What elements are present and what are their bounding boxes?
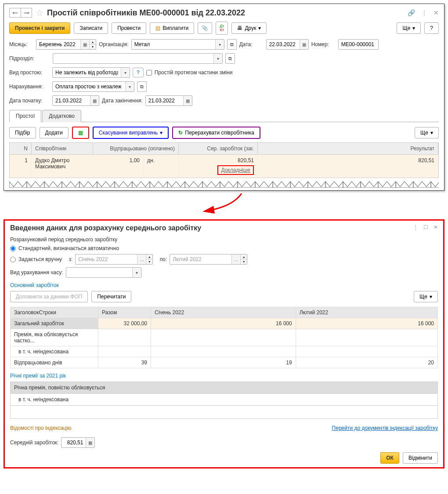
cell-m1: 16 000 (151, 318, 296, 329)
ellipsis-icon[interactable]: … (231, 254, 240, 264)
step-up[interactable]: ▲ (241, 254, 247, 259)
recalc-button[interactable]: ↻ Перерахувати співробітника (172, 127, 260, 139)
fop-button[interactable]: Доповнити за даними ФОП (10, 291, 88, 302)
partial-shift-checkbox[interactable] (146, 70, 152, 76)
table-row[interactable]: в т. ч. неіндексована (11, 346, 438, 357)
close-icon[interactable]: ✕ (434, 9, 439, 16)
add-button[interactable]: Додати (40, 127, 69, 138)
pay-button[interactable]: ▤Виплатити (150, 22, 194, 34)
cell-worked: 1,00 (93, 155, 144, 178)
cell-m2: 20 (296, 357, 437, 368)
maximize-icon[interactable]: ☐ (423, 224, 428, 230)
period-manual-radio[interactable] (10, 257, 16, 262)
time-calc-input[interactable] (66, 268, 132, 277)
table-row[interactable]: Премія, яка обліковується частко... (11, 329, 438, 346)
accrual-input[interactable] (53, 82, 125, 91)
tab-additional[interactable]: Додатково (42, 110, 81, 122)
type-input[interactable] (53, 68, 121, 77)
save-button[interactable]: Записати (74, 22, 108, 34)
modal-title: Введення даних для розрахунку середнього… (10, 224, 438, 232)
cell-avg: 820,51 Докладніше (179, 155, 258, 178)
table-fill-icon: ▦ (78, 130, 83, 136)
calendar-icon[interactable]: ▦ (300, 40, 308, 49)
dept-label: Підрозділ: (9, 55, 34, 62)
end-date-input[interactable] (146, 96, 183, 105)
help-button[interactable]: ? (424, 22, 439, 34)
col-row-title: ЗаголовокСтроки (11, 307, 98, 318)
period-auto-radio[interactable] (10, 246, 16, 251)
cell-unit: дн. (144, 155, 179, 178)
tab-downtimes[interactable]: Простої (9, 110, 41, 122)
type-help-button[interactable]: ? (133, 68, 144, 77)
print-button[interactable]: 🖶Друк▾ (231, 22, 267, 34)
table-row[interactable]: Відпрацьовано днів391920 (11, 357, 438, 368)
link-icon[interactable]: 🔗 (408, 9, 415, 16)
attach-button[interactable]: 📎 (198, 22, 212, 34)
annual-row-unindexed[interactable]: в т. ч. неіндексована (10, 394, 438, 406)
number-input[interactable] (339, 40, 378, 49)
chevron-down-icon[interactable]: ▾ (125, 82, 134, 91)
col-total: Разом (98, 307, 151, 318)
date-input[interactable] (267, 40, 300, 49)
nav-fwd-button[interactable]: 🡒 (21, 8, 32, 18)
annual-row-full[interactable]: Річна премія, повністю обліковується (10, 381, 438, 394)
ellipsis-icon[interactable]: … (137, 254, 146, 264)
step-down[interactable]: ▼ (90, 44, 96, 49)
dept-input[interactable] (53, 54, 213, 63)
step-down[interactable]: ▼ (146, 259, 152, 264)
chevron-down-icon: ▾ (412, 25, 415, 31)
chevron-down-icon[interactable]: ▾ (213, 54, 222, 63)
org-input[interactable] (132, 40, 215, 49)
table-row[interactable]: 1 Дудко Дмитро Максимович 1,00 дн. 820,5… (10, 155, 438, 178)
table-row[interactable]: Загальний заробіток32 000,0016 00016 000 (11, 318, 438, 329)
post-close-button[interactable]: Провести і закрити (9, 22, 70, 34)
dtkt-button[interactable]: ДтКт (216, 22, 228, 35)
close-icon[interactable]: ✕ (434, 224, 438, 230)
section-main-earnings: Основний заробіток (10, 282, 438, 288)
cell-label: Премія, яка обліковується частко... (11, 329, 98, 346)
cell-total: 32 000,00 (98, 318, 151, 329)
calendar-icon[interactable]: ▦ (90, 96, 99, 105)
time-calc-label: Вид урахування часу: (10, 269, 63, 276)
kebab-icon[interactable]: ⋮ (421, 9, 427, 16)
printer-icon: 🖶 (237, 25, 242, 31)
modal-more-button[interactable]: Ще ▾ (414, 291, 438, 302)
nav-back-button[interactable]: 🡐 (9, 8, 21, 18)
calendar-icon[interactable]: ▦ (183, 96, 192, 105)
reread-button[interactable]: Перечитати (91, 291, 131, 302)
cell-total (98, 346, 151, 357)
start-date-input[interactable] (53, 96, 90, 105)
chevron-down-icon: ▾ (430, 294, 432, 300)
calc-icon[interactable]: ▦ (86, 438, 94, 447)
cancel-button[interactable]: Відмінити (403, 452, 438, 464)
step-up[interactable]: ▲ (146, 254, 152, 259)
expand-icon[interactable]: ⧉ (225, 53, 235, 64)
cancel-fixes-button[interactable]: Скасування виправлень ▾ (93, 127, 169, 139)
expand-icon[interactable]: ⧉ (227, 39, 237, 50)
to-input[interactable] (170, 254, 231, 264)
fill-button[interactable]: ▦ (72, 127, 89, 139)
ok-button[interactable]: ОК (380, 452, 399, 464)
expand-icon[interactable]: ⧉ (137, 81, 147, 92)
kebab-icon[interactable]: ⋮ (413, 224, 418, 230)
step-up[interactable]: ▲ (90, 40, 96, 44)
start-date-label: Дата початку: (9, 98, 50, 104)
chevron-down-icon[interactable]: ▾ (215, 40, 224, 49)
dtkt-icon: ДтКт (220, 24, 224, 32)
favorite-star-icon[interactable]: ☆ (36, 7, 43, 18)
select-button[interactable]: Підбір (9, 127, 36, 138)
from-input[interactable] (76, 254, 137, 264)
post-button[interactable]: Провести (112, 22, 146, 34)
chevron-down-icon[interactable]: ▾ (121, 68, 130, 77)
step-down[interactable]: ▼ (241, 259, 247, 264)
detail-link[interactable]: Докладніше (217, 165, 254, 175)
calendar-icon[interactable]: ▦ (80, 40, 89, 49)
cell-emp: Дудко Дмитро Максимович (32, 155, 93, 178)
more-button[interactable]: Ще ▾ (397, 22, 421, 34)
month-input[interactable] (36, 40, 80, 49)
chevron-down-icon: ▾ (160, 130, 163, 136)
index-docs-link[interactable]: Перейти до документів індексації заробіт… (332, 425, 438, 431)
table-more-button[interactable]: Ще ▾ (415, 127, 439, 138)
avg-earn-input[interactable] (61, 438, 86, 447)
chevron-down-icon[interactable]: ▾ (132, 268, 141, 277)
